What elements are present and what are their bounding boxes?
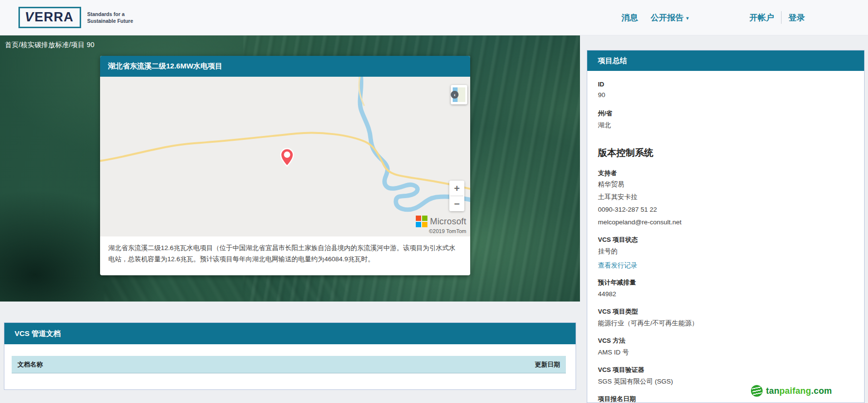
field-label: ID [598, 81, 852, 88]
map-attribution: Microsoft ©2019 TomTom [416, 216, 466, 234]
field-label: 预计年减排量 [598, 278, 852, 287]
chevron-down-icon: ▾ [686, 15, 689, 21]
microsoft-attribution[interactable]: Microsoft [416, 216, 466, 227]
column-update-date: 更新日期 [535, 360, 560, 369]
tanpaifang-watermark: tanpaifang.com [751, 385, 832, 397]
tagline-line2: Sustainable Future [87, 18, 134, 24]
verra-tagline: Standards for a Sustainable Future [87, 11, 134, 24]
field-label: 州/省 [598, 109, 852, 118]
field-value: 44982 [598, 289, 852, 299]
project-map-card: 湖北省东流溪二级12.6MW水电项目 ‹ [100, 56, 470, 275]
section-heading-version-control: 版本控制系统 [598, 147, 852, 159]
top-header: VERRA Standards for a Sustainable Future… [0, 0, 868, 35]
field-value: 90 [598, 90, 852, 100]
microsoft-wordmark: Microsoft [430, 217, 466, 227]
view-issuance-records-link[interactable]: 查看发行记录 [598, 261, 637, 270]
project-description: 湖北省东流溪二级12.6兆瓦水电项目（位于中国湖北省宜昌市长阳土家族自治县境内的… [100, 236, 470, 265]
zoom-out-button[interactable]: − [449, 196, 464, 211]
summary-card-title: 项目总结 [587, 50, 864, 71]
map-zoom-control: + − [449, 181, 464, 211]
vcs-documents-card: VCS 管道文档 文档名称 更新日期 [4, 322, 576, 390]
verra-logo-text: ERRA [34, 10, 74, 24]
field-value: 湖北 [598, 120, 852, 130]
documents-card-title: VCS 管道文档 [4, 323, 576, 344]
field-label: VCS 方法 [598, 336, 852, 345]
field-id: ID 90 [598, 81, 852, 100]
field-vcs-project-type: VCS 项目类型 能源行业（可再生/不可再生能源） [598, 307, 852, 328]
verra-logo[interactable]: VERRA Standards for a Sustainable Future [18, 7, 133, 28]
nav-public-reports[interactable]: 公开报告▾ [650, 12, 689, 23]
verra-logo-box: VERRA [18, 7, 81, 28]
microsoft-logo-icon [416, 216, 427, 227]
field-vcs-validator: VCS 项目验证器 SGS 英国有限公司 (SGS) [598, 366, 852, 386]
map-card-title: 湖北省东流溪二级12.6MW水电项目 [100, 56, 470, 77]
supporter-location: 土耳其安卡拉 [598, 193, 852, 201]
supporter-name: 精华贸易 [598, 180, 852, 188]
nav-open-account[interactable]: 开帐户 [749, 12, 774, 23]
map-style-thumbnail: ‹ [453, 87, 465, 102]
nav-public-reports-label: 公开报告 [650, 13, 683, 22]
zoom-in-button[interactable]: + [449, 181, 464, 196]
tagline-line1: Standards for a [87, 11, 125, 17]
nav-divider [781, 11, 782, 24]
field-estimated-annual-reductions: 预计年减排量 44982 [598, 278, 852, 299]
supporter-phone: 0090-312-287 51 22 [598, 205, 852, 214]
nav-login[interactable]: 登录 [788, 12, 805, 23]
tomtom-copyright: ©2019 TomTom [416, 228, 466, 234]
field-value: 挂号的 [598, 247, 852, 256]
collapse-chevron-icon: ‹ [451, 91, 459, 99]
field-vcs-methodology: VCS 方法 AMS ID 号 [598, 336, 852, 357]
tanpaifang-text: tanpaifang.com [766, 386, 832, 396]
map-style-picker-button[interactable]: ‹ [451, 85, 467, 104]
top-nav: 消息 公开报告▾ 开帐户 登录 [621, 11, 868, 24]
field-label: VCS 项目状态 [598, 235, 852, 244]
field-state-province: 州/省 湖北 [598, 109, 852, 130]
map-pin-icon[interactable] [279, 148, 295, 167]
field-value: AMS ID 号 [598, 348, 852, 357]
supporter-email: melcopeland@re-consult.net [598, 218, 852, 226]
map-canvas[interactable]: ‹ + − Microsoft ©2019 TomTom [100, 77, 470, 236]
field-label: VCS 项目类型 [598, 307, 852, 316]
verra-registry-page: VERRA Standards for a Sustainable Future… [0, 0, 868, 403]
project-summary-card: 项目总结 ID 90 州/省 湖北 版本控制系统 支持者 精华贸易 土耳其安卡拉… [587, 50, 865, 403]
field-value: 能源行业（可再生/不可再生能源） [598, 319, 852, 328]
field-label: VCS 项目验证器 [598, 366, 852, 374]
field-supporter: 支持者 精华贸易 土耳其安卡拉 0090-312-287 51 22 melco… [598, 169, 852, 226]
tanpaifang-logo-icon [751, 385, 763, 397]
field-label: 支持者 [598, 169, 852, 178]
verra-logo-v: V [25, 10, 34, 24]
summary-card-body: ID 90 州/省 湖北 版本控制系统 支持者 精华贸易 土耳其安卡拉 0090… [587, 71, 864, 403]
nav-messages[interactable]: 消息 [621, 12, 638, 23]
breadcrumb[interactable]: 首页/核实碳排放标准/项目 90 [5, 41, 94, 50]
column-document-name: 文档名称 [17, 360, 43, 369]
field-vcs-project-status: VCS 项目状态 挂号的 查看发行记录 [598, 235, 852, 270]
documents-table-header: 文档名称 更新日期 [12, 356, 566, 373]
